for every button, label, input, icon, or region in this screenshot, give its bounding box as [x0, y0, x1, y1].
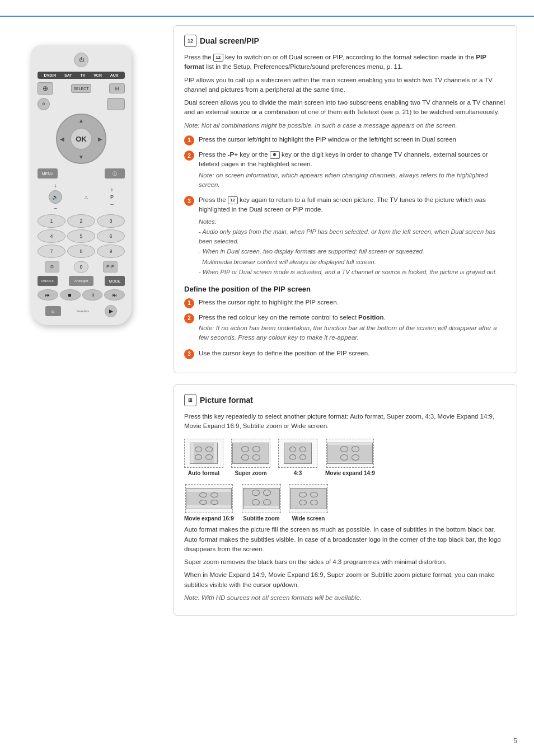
menu-info-row: MENU ⓘ: [38, 168, 125, 179]
teletext-button[interactable]: ⊟: [109, 83, 125, 93]
pip-position-title: Define the position of the PIP screen: [184, 285, 507, 293]
pause-button[interactable]: ⏸: [82, 289, 103, 300]
format-movie14-label: Movie expand 14:9: [325, 470, 375, 476]
num-2[interactable]: 2: [67, 214, 95, 228]
media-row: ⏮ ⏹ ⏸ ⏭: [38, 289, 125, 300]
stop-button[interactable]: ⏹: [60, 289, 81, 300]
para-note: Note: With HD sources not all screen for…: [184, 593, 507, 603]
dual-screen-body: Press the 12 key to switch on or off Dua…: [184, 53, 507, 359]
power-button[interactable]: ⏻: [74, 53, 88, 67]
source-sat[interactable]: SAT: [64, 73, 72, 77]
pip-step-2: 2 Press the red colour key on the remote…: [184, 313, 507, 344]
num-1[interactable]: 1: [38, 214, 65, 228]
step-3: 3 Press the 12 key again to return to a …: [184, 195, 507, 278]
step-2: 2 Press the -P+ key or the ⊕ key or the …: [184, 150, 507, 191]
guide-button[interactable]: ⊞: [45, 306, 61, 316]
picture-format-section: ⊞ Picture format Press this key repeated…: [174, 384, 517, 616]
menu-button[interactable]: MENU: [38, 168, 58, 179]
arrow-down[interactable]: ▼: [78, 154, 84, 160]
play-button[interactable]: ▶: [105, 305, 117, 317]
num-0[interactable]: 0: [74, 261, 88, 273]
volume-column: + 🔊 –: [49, 183, 62, 211]
pip-step-3-text: Use the cursor keys to define the positi…: [199, 349, 369, 359]
format-wide-label: Wide screen: [292, 515, 325, 522]
dual-screen-title-text: Dual screen/PIP: [200, 36, 259, 45]
source-tv[interactable]: TV: [80, 73, 85, 77]
format-movie14: Movie expand 14:9: [325, 439, 375, 476]
format-wide: Wide screen: [289, 484, 328, 522]
teletext-row: ⊙: [38, 98, 125, 110]
para-auto: Auto format makes the picture fill the s…: [184, 525, 507, 554]
num-9[interactable]: 9: [97, 245, 125, 258]
media-row2: ⊞ favorites ▶: [38, 305, 125, 317]
step-2-text: Press the -P+ key or the ⊕ key or the di…: [199, 150, 507, 191]
format-auto-label: Auto format: [188, 470, 220, 476]
pip-info-button[interactable]: ⓘ: [105, 168, 125, 179]
arrow-right[interactable]: ▶: [98, 136, 102, 142]
para3: Dual screen allows you to divide the mai…: [184, 98, 507, 118]
channel-column: + P –: [110, 187, 114, 207]
step-1: 1 Press the cursor left/right to highlig…: [184, 135, 507, 145]
browse-button[interactable]: ⊙: [38, 98, 50, 110]
step-3-text: Press the 12 key again to return to a fu…: [199, 195, 507, 278]
arrow-up[interactable]: ▲: [78, 118, 84, 124]
num-3[interactable]: 3: [97, 214, 125, 228]
picture-format-title: ⊞ Picture format: [184, 394, 507, 406]
ambilight-button[interactable]: Ambilight: [69, 276, 93, 286]
volume-plus[interactable]: +: [54, 183, 57, 189]
step-3-notes: Notes: - Audio only plays from the main,…: [199, 217, 507, 277]
diag-wide: [289, 484, 328, 513]
ffwd-button[interactable]: ⏭: [104, 289, 125, 300]
format-diagrams-row2: Movie expand 16:9: [184, 484, 507, 522]
channel-label: P: [110, 194, 114, 200]
num-7[interactable]: 7: [38, 245, 65, 258]
num-4[interactable]: 4: [38, 229, 65, 243]
channel-minus[interactable]: –: [110, 201, 114, 207]
diag-43: [278, 439, 317, 468]
source-aux[interactable]: AUX: [110, 73, 119, 77]
channel-plus[interactable]: +: [110, 187, 114, 193]
picture-format-key-icon: ⊞: [184, 394, 196, 406]
arrow-left[interactable]: ◀: [60, 136, 64, 142]
num-8[interactable]: 8: [67, 245, 95, 258]
pip-step-1-num: 1: [184, 298, 194, 308]
mode-button[interactable]: MODE: [105, 276, 125, 286]
diag-movie16: [185, 484, 233, 513]
rewind-button[interactable]: ⏮: [38, 289, 58, 300]
diag-movie14: [326, 439, 374, 468]
para1: Press the 12 key to switch on or off Dua…: [184, 53, 507, 72]
format-auto: Auto format: [184, 439, 223, 476]
source-vcr[interactable]: VCR: [93, 73, 102, 77]
num-5[interactable]: 5: [67, 229, 95, 243]
vol-label: △: [85, 195, 88, 200]
picture-format-intro: Press this key repeatedly to select anot…: [184, 412, 507, 431]
num-6[interactable]: 6: [97, 229, 125, 243]
inline-key-source: ⊕: [270, 151, 280, 159]
picture-format-body: Press this key repeatedly to select anot…: [184, 412, 507, 603]
diag-super: [231, 439, 270, 468]
format-43: 4:3: [278, 439, 317, 476]
step-3-num: 3: [184, 196, 194, 206]
format-diagrams-row1: Auto format: [184, 439, 507, 476]
source-dvdr[interactable]: DVD/R: [44, 73, 56, 77]
source-icon-button[interactable]: ⊕: [38, 82, 53, 95]
ok-button[interactable]: OK: [70, 128, 92, 150]
volume-minus[interactable]: –: [54, 205, 57, 211]
pip-button[interactable]: P⁺P: [103, 261, 118, 273]
ambi-row: ON/OFF Ambilight MODE: [38, 276, 125, 286]
teletext-icon-button[interactable]: [107, 98, 125, 110]
format-subtitle-label: Subtitle zoom: [243, 515, 280, 522]
subtitle-button[interactable]: ⊡: [45, 261, 59, 273]
onoff-button[interactable]: ON/OFF: [38, 276, 58, 286]
para-expand: When in Movie Expand 14:9, Movie Expand …: [184, 570, 507, 590]
volume-channel-row: + 🔊 – △ + P –: [38, 183, 125, 211]
pip-step-2-text: Press the red colour key on the remote c…: [199, 313, 507, 344]
pip-step-3: 3 Use the cursor keys to define the posi…: [184, 349, 507, 359]
numpad: 1 2 3 4 5 6 7 8 9: [38, 214, 125, 258]
pip-position-steps: 1 Press the cursor right to highlight th…: [184, 298, 507, 359]
mute-button[interactable]: 🔊: [49, 190, 62, 204]
select-button[interactable]: SELECT: [71, 84, 91, 93]
source-row: DVD/R SAT TV VCR AUX: [38, 72, 125, 79]
format-movie16: Movie expand 16:9: [184, 484, 234, 522]
picture-format-title-text: Picture format: [200, 396, 253, 405]
